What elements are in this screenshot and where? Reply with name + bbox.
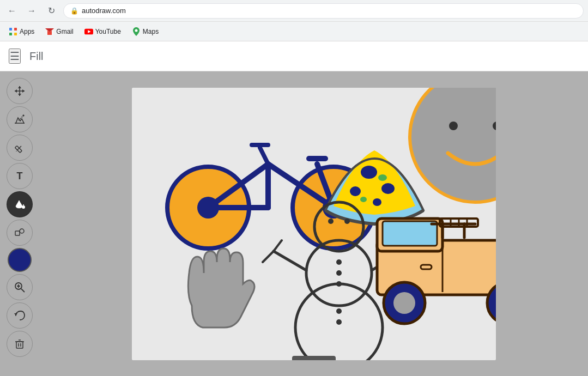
bookmark-maps[interactable]: Maps	[128, 25, 163, 38]
svg-rect-26	[16, 342, 23, 348]
svg-line-41	[260, 148, 268, 164]
maps-icon	[132, 27, 141, 36]
svg-marker-11	[15, 89, 17, 93]
canvas-svg	[132, 88, 496, 360]
svg-rect-71	[383, 221, 437, 246]
url-text: autodraw.com	[82, 7, 126, 15]
svg-marker-12	[22, 89, 25, 93]
browser-toolbar: ← → ↻ 🔒 autodraw.com	[0, 0, 588, 22]
youtube-icon	[84, 27, 93, 36]
svg-marker-9	[18, 86, 21, 88]
bookmark-gmail[interactable]: Gmail	[41, 25, 77, 38]
bookmark-apps[interactable]: Apps	[4, 25, 39, 38]
svg-point-46	[373, 198, 381, 206]
gmail-label: Gmail	[56, 28, 73, 35]
refresh-button[interactable]: ↻	[44, 3, 59, 19]
apps-icon	[9, 27, 17, 36]
canvas-area	[39, 71, 588, 376]
autodraw-tool-button[interactable]	[7, 106, 33, 132]
scrollbar-hint	[292, 356, 336, 360]
hamburger-menu-button[interactable]: ☰	[9, 48, 21, 64]
svg-point-44	[381, 183, 395, 194]
pizza-drawing	[325, 150, 423, 224]
undo-button[interactable]	[7, 302, 33, 329]
svg-rect-1	[14, 28, 17, 31]
smiley-drawing	[410, 88, 496, 202]
lock-icon: 🔒	[70, 7, 78, 15]
shape-tool-button[interactable]	[7, 220, 33, 246]
svg-point-6	[135, 29, 137, 32]
svg-marker-10	[18, 94, 21, 96]
svg-point-50	[449, 122, 458, 130]
fill-tool-button[interactable]	[7, 191, 33, 217]
svg-point-48	[360, 197, 367, 202]
svg-rect-2	[9, 33, 12, 35]
svg-marker-25	[14, 313, 17, 316]
browser-chrome: ← → ↻ 🔒 autodraw.com Apps	[0, 0, 588, 41]
svg-point-45	[350, 186, 361, 196]
svg-line-57	[274, 240, 282, 251]
address-bar[interactable]: 🔒 autodraw.com	[63, 3, 584, 19]
bookmarks-bar: Apps Gmail YouTube	[0, 22, 588, 41]
text-icon: T	[17, 171, 23, 182]
delete-button[interactable]	[7, 331, 33, 357]
svg-rect-3	[14, 33, 17, 35]
svg-point-49	[410, 88, 496, 202]
svg-point-47	[378, 174, 387, 181]
svg-rect-19	[15, 231, 20, 235]
svg-point-82	[393, 292, 415, 314]
gmail-icon	[45, 27, 54, 36]
svg-point-63	[344, 219, 350, 224]
svg-point-66	[336, 281, 342, 287]
svg-point-64	[336, 259, 342, 265]
svg-point-17	[22, 205, 25, 209]
youtube-label: YouTube	[95, 28, 121, 35]
svg-point-65	[336, 270, 342, 276]
svg-line-22	[21, 289, 25, 292]
back-button[interactable]: ←	[4, 3, 20, 19]
color-swatch-button[interactable]	[8, 248, 32, 272]
drawing-canvas[interactable]	[132, 88, 496, 360]
bookmark-youtube[interactable]: YouTube	[80, 25, 125, 38]
maps-label: Maps	[143, 28, 159, 35]
sidebar: T	[0, 71, 39, 376]
svg-point-68	[336, 319, 342, 325]
forward-button[interactable]: →	[24, 3, 39, 19]
zoom-tool-button[interactable]	[7, 274, 33, 300]
move-tool-button[interactable]	[7, 78, 33, 104]
svg-point-67	[336, 308, 342, 314]
svg-rect-0	[9, 28, 12, 31]
text-tool-button[interactable]: T	[7, 163, 33, 189]
hand-drawing	[188, 248, 254, 328]
svg-point-20	[20, 229, 24, 233]
svg-line-55	[274, 251, 306, 270]
svg-line-56	[263, 251, 274, 262]
svg-point-43	[361, 166, 377, 179]
pencil-tool-button[interactable]	[7, 135, 33, 161]
svg-point-62	[328, 219, 334, 224]
app-header: ☰ Fill	[0, 41, 588, 71]
apps-label: Apps	[20, 28, 34, 35]
app-title: Fill	[29, 50, 44, 63]
main-layout: T	[0, 71, 588, 376]
truck-drawing	[377, 219, 496, 324]
